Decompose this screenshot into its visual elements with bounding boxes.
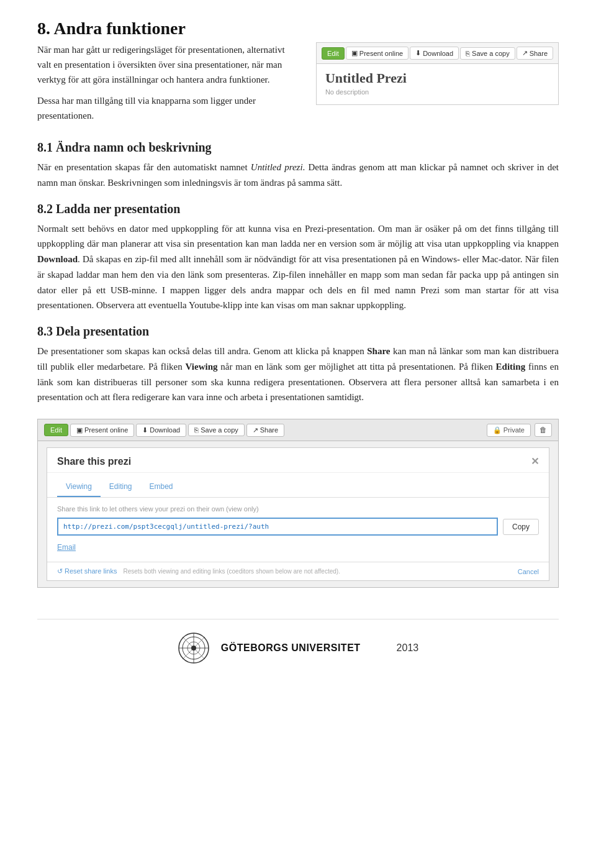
reset-hint: Resets both viewing and editing links (c… — [123, 568, 511, 575]
ss-trash-icon: 🗑 — [540, 426, 547, 434]
ss-edit-button[interactable]: Edit — [44, 424, 68, 436]
ss-download-icon: ⬇ — [142, 426, 148, 434]
prezi-title: Untitled Prezi — [325, 70, 549, 86]
toolbar-left: Edit ▣ Present online ⬇ Download ⎘ Save … — [44, 424, 284, 437]
s82-title: 8.2 Ladda ner presentation — [37, 202, 559, 216]
prezi-panel: Edit ▣ Present online ⬇ Download ⎘ Save … — [316, 42, 559, 105]
copy-button[interactable]: Copy — [503, 519, 539, 535]
share-link-input[interactable] — [57, 518, 498, 536]
download-button[interactable]: ⬇ Download — [410, 47, 459, 60]
ss-copy-icon: ⎘ — [194, 426, 199, 434]
ss-share-icon: ↗ — [253, 426, 258, 434]
ss-private-button[interactable]: 🔒 Private — [487, 424, 531, 437]
ss-share-button[interactable]: ↗ Share — [246, 424, 284, 437]
share-button[interactable]: ↗ Share — [517, 47, 553, 60]
tab-editing[interactable]: Editing — [101, 479, 141, 497]
university-name: GÖTEBORGS UNIVERSITET — [221, 642, 361, 654]
intro-para-2: Dessa har man tillgång till via knapparn… — [37, 93, 297, 123]
edit-button[interactable]: Edit — [322, 47, 345, 60]
reset-links-button[interactable]: ↺ Reset share links — [57, 567, 117, 575]
s81-para-1: När en presentation skapas får den autom… — [37, 160, 559, 191]
share-footer: ↺ Reset share links Resets both viewing … — [47, 562, 549, 580]
prezi-toolbar: Edit ▣ Present online ⬇ Download ⎘ Save … — [317, 43, 558, 64]
prezi-description: No description — [325, 88, 549, 96]
main-title: 8. Andra funktioner — [37, 19, 559, 39]
toolbar-right: 🔒 Private 🗑 — [487, 423, 552, 437]
s83-para-1: De presentationer som skapas kan också d… — [37, 344, 559, 405]
screenshot-container: Edit ▣ Present online ⬇ Download ⎘ Save … — [37, 419, 559, 588]
ss-download-button[interactable]: ⬇ Download — [136, 424, 186, 437]
monitor-icon: ▣ — [351, 49, 358, 57]
close-icon[interactable]: ✕ — [531, 455, 539, 467]
email-link[interactable]: Email — [57, 543, 76, 552]
year-label: 2013 — [397, 642, 419, 654]
ss-delete-button[interactable]: 🗑 — [535, 423, 552, 437]
share-icon: ↗ — [522, 49, 528, 57]
share-body: Share this link to let others view your … — [47, 498, 549, 562]
share-dialog-title: Share this prezi — [57, 456, 131, 467]
download-icon: ⬇ — [415, 49, 421, 57]
page-footer: GÖTEBORGS UNIVERSITET 2013 — [37, 619, 559, 664]
ss-lock-icon: 🔒 — [493, 426, 502, 434]
ss-present-online-button[interactable]: ▣ Present online — [70, 424, 134, 437]
intro-para-1: När man har gått ur redigeringsläget för… — [37, 42, 297, 87]
share-dialog: Share this prezi ✕ Viewing Editing Embed… — [47, 447, 549, 581]
university-logo — [178, 632, 210, 664]
share-tabs: Viewing Editing Embed — [47, 473, 549, 498]
share-link-row: Copy — [57, 518, 539, 536]
share-hint: Share this link to let others view your … — [57, 505, 539, 513]
ss-save-copy-button[interactable]: ⎘ Save a copy — [188, 424, 245, 436]
present-online-button[interactable]: ▣ Present online — [346, 47, 409, 60]
tab-embed[interactable]: Embed — [141, 479, 182, 497]
prezi-title-area: Untitled Prezi No description — [317, 64, 558, 104]
top-section: När man har gått ur redigeringsläget för… — [37, 42, 559, 129]
ss-monitor-icon: ▣ — [76, 426, 83, 434]
screenshot-toolbar: Edit ▣ Present online ⬇ Download ⎘ Save … — [38, 419, 558, 441]
copy-icon: ⎘ — [466, 50, 470, 57]
save-copy-button[interactable]: ⎘ Save a copy — [460, 47, 515, 60]
s82-para-1: Normalt sett behövs en dator med uppkopp… — [37, 221, 559, 314]
cancel-button[interactable]: Cancel — [518, 568, 539, 575]
intro-text-block: När man har gått ur redigeringsläget för… — [37, 42, 297, 129]
share-dialog-header: Share this prezi ✕ — [47, 448, 549, 473]
tab-viewing[interactable]: Viewing — [57, 479, 101, 497]
s83-title: 8.3 Dela presentation — [37, 324, 559, 339]
s81-title: 8.1 Ändra namn och beskrivning — [37, 140, 559, 155]
